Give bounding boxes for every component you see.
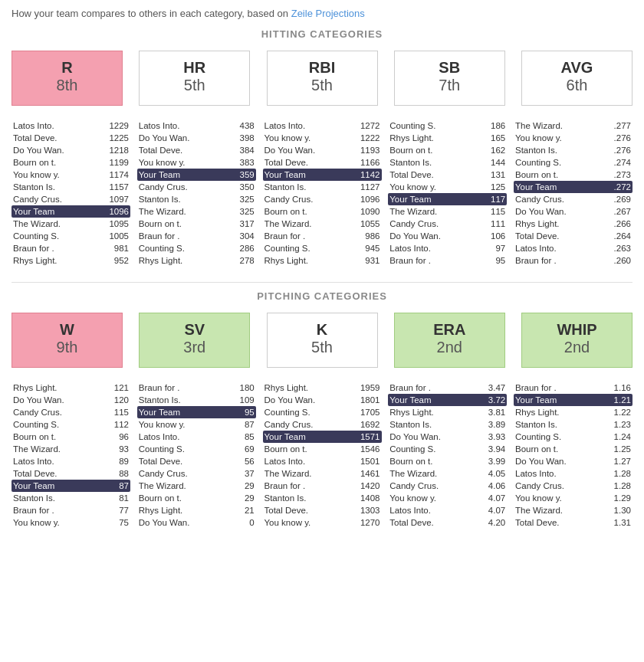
team-name: Bourn on t. (389, 457, 478, 466)
table-row: Latos Into.1.28 (514, 467, 632, 480)
team-name: Latos Into. (13, 121, 102, 130)
team-name: Rhys Light. (515, 408, 604, 417)
team-name: Rhys Light. (13, 256, 102, 265)
stat-value: 384 (228, 146, 255, 155)
team-name: Braun for . (139, 383, 228, 392)
team-name: Braun for . (389, 383, 478, 392)
team-name: Do You Wan. (13, 146, 102, 155)
stat-value: 144 (478, 158, 505, 167)
table-row: Rhys Light.278 (137, 254, 256, 267)
stat-value: 945 (353, 244, 380, 253)
team-name: Stanton Is. (515, 146, 604, 155)
stat-value: 1222 (353, 133, 380, 143)
team-name: You know y. (515, 133, 604, 143)
table-row: Rhys Light.21 (137, 504, 256, 516)
stat-value: 97 (478, 244, 505, 253)
cat-rank: 5th (268, 339, 377, 356)
category-card-r: R8th (12, 51, 123, 106)
table-row: You know y.75 (12, 516, 130, 529)
team-name: Braun for . (13, 244, 102, 253)
stat-value: 3.99 (478, 457, 505, 466)
table-row: Rhys Light.121 (12, 382, 130, 394)
team-name: Bourn on t. (13, 158, 102, 167)
cat-name: R (12, 59, 122, 77)
stat-value: 1090 (353, 207, 380, 216)
stat-value: 29 (228, 493, 255, 503)
team-name: Stanton Is. (264, 493, 353, 503)
team-name: Latos Into. (139, 432, 228, 441)
category-card-sv: SV3rd (139, 313, 250, 368)
stat-value: 1.23 (604, 420, 631, 429)
team-name: Stanton Is. (515, 420, 604, 429)
pitching-stats: Rhys Light.121Do You Wan.120Candy Crus.1… (12, 382, 632, 529)
hitting-title: HITTING CATEGORIES (12, 28, 632, 40)
stat-value: 1166 (353, 158, 380, 167)
stats-col-2: Rhys Light.1959Do You Wan.1801Counting S… (263, 382, 382, 529)
stat-value: 304 (228, 231, 255, 241)
stat-value: 1.28 (604, 469, 631, 478)
stat-value: 1142 (353, 170, 380, 179)
your-team-row: Your Team1142 (263, 169, 382, 181)
zeile-link[interactable]: Zeile Projections (291, 8, 365, 19)
stat-value: 3.89 (478, 420, 505, 429)
stats-col-4: The Wizard..277You know y..276Stanton Is… (514, 120, 632, 267)
team-name: Rhys Light. (264, 256, 353, 265)
stat-value: 3.72 (478, 395, 505, 405)
stats-col-3: Braun for .3.47Your Team3.72Rhys Light.3… (388, 382, 507, 529)
stat-value: 383 (228, 158, 255, 167)
stat-value: 1.21 (604, 395, 631, 405)
stat-value: 952 (102, 256, 129, 265)
category-card-sb: SB7th (394, 51, 505, 106)
team-name: Total Deve. (389, 518, 478, 527)
stat-value: 3.93 (478, 432, 505, 441)
team-name: Your Team (515, 395, 604, 405)
stat-value: 1705 (353, 408, 380, 417)
your-team-row: Your Team1.21 (514, 394, 632, 406)
stat-value: 325 (228, 195, 255, 204)
stat-value: .274 (604, 158, 631, 167)
stat-value: 0 (228, 518, 255, 527)
stat-value: 29 (228, 481, 255, 490)
category-card-avg: AVG6th (521, 51, 632, 106)
stat-value: .273 (604, 170, 631, 179)
table-row: Bourn on t.1546 (263, 443, 382, 455)
team-name: The Wizard. (515, 506, 604, 515)
stat-value: .264 (604, 231, 631, 241)
stat-value: 1270 (353, 518, 380, 527)
team-name: You know y. (139, 420, 228, 429)
team-name: Your Team (13, 207, 102, 216)
your-team-row: Your Team87 (12, 480, 130, 492)
table-row: Do You Wan.1801 (263, 394, 382, 406)
table-row: Braun for .1420 (263, 480, 382, 492)
cat-rank: 9th (12, 339, 122, 356)
team-name: You know y. (515, 493, 604, 503)
table-row: Latos Into.1272 (263, 120, 382, 132)
stat-value: 162 (478, 146, 505, 155)
table-row: Rhys Light.1.22 (514, 406, 632, 418)
stat-value: 1.22 (604, 408, 631, 417)
intro-label: How your team compares to others in each… (12, 8, 291, 19)
team-name: Do You Wan. (264, 395, 353, 405)
table-row: You know y.1.29 (514, 492, 632, 504)
stat-value: 117 (478, 195, 505, 204)
stat-value: 95 (478, 256, 505, 265)
stat-value: .276 (604, 133, 631, 143)
team-name: Your Team (389, 195, 478, 204)
team-name: Counting S. (139, 444, 228, 454)
table-row: Braun for .304 (137, 230, 256, 242)
team-name: Total Deve. (139, 457, 228, 466)
your-team-row: Your Team1571 (263, 431, 382, 443)
table-row: Bourn on t.1199 (12, 156, 130, 169)
stat-value: 986 (353, 231, 380, 241)
category-card-era: ERA2nd (394, 313, 505, 368)
team-name: Your Team (389, 395, 478, 405)
stat-value: 95 (228, 408, 255, 417)
table-row: Bourn on t.96 (12, 431, 130, 443)
table-row: Latos Into.438 (137, 120, 256, 132)
table-row: The Wizard.1055 (263, 218, 382, 230)
table-row: Total Deve..264 (514, 230, 632, 242)
team-name: Rhys Light. (139, 506, 228, 515)
stat-value: 81 (102, 493, 129, 503)
team-name: Rhys Light. (139, 256, 228, 265)
team-name: Latos Into. (264, 121, 353, 130)
